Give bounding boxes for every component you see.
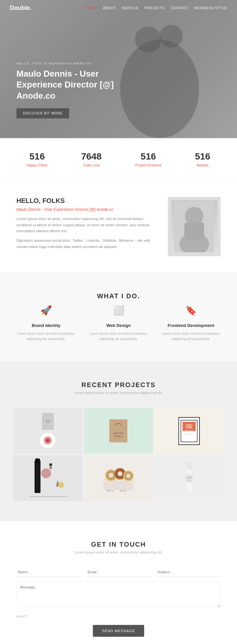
svg-text:Coffee: Coffee: [187, 480, 191, 481]
send-message-button[interactable]: SEND MESSAGE: [93, 625, 144, 637]
hero-title: Maulo Dennis - User Experience Director …: [16, 68, 142, 102]
project-item-2[interactable]: CRYPTO KANKA: [84, 408, 153, 454]
header: Double. HomeAboutServiceProjectsContactB…: [0, 0, 237, 16]
food-mockup: SAVROY: [40, 413, 56, 449]
nav-item-projects[interactable]: Projects: [145, 6, 165, 10]
service-icon: ⬜: [110, 302, 127, 318]
main-nav: HomeAboutServiceProjectsContactBusiness …: [86, 6, 227, 10]
hero-content: Hello, This is Reponsive Website Maulo D…: [0, 62, 142, 138]
projects-section: RECENT PROJECTS Lorem ipsum dolor sit am…: [0, 361, 237, 521]
service-desc: Lorem ipsum dolor sit amet consectetur a…: [13, 331, 79, 342]
service-item: 🚀 Brand Identity Lorem ipsum dolor sit a…: [13, 302, 79, 342]
service-desc: Lorem ipsum dolor sit amet consectetur a…: [86, 331, 151, 342]
nav-item-service[interactable]: Service: [122, 6, 139, 10]
behance-link[interactable]: Behance: [119, 238, 133, 242]
stat-label: Happy Client: [27, 163, 47, 167]
subject-input[interactable]: [156, 567, 221, 577]
service-name: Frontend Development: [158, 323, 224, 328]
nav-item-home[interactable]: Home: [86, 6, 97, 10]
email-input[interactable]: [86, 567, 151, 577]
service-item: ⬜ Web Design Lorem ipsum dolor sit amet …: [86, 302, 151, 342]
message-input[interactable]: [16, 582, 221, 608]
svg-text:PSD: PSD: [186, 425, 192, 429]
can-icon: SAVROY: [42, 413, 54, 430]
project-grid: SAVROY CRYPTO KANKA FO: [13, 408, 224, 501]
svg-rect-15: [183, 434, 191, 435]
about-text-1: Lorem ipsum dolor sit amet, consectetur …: [16, 216, 158, 234]
profile-image: [171, 200, 217, 253]
svg-text:MOCKUP: MOCKUP: [185, 429, 193, 431]
svg-rect-17: [35, 458, 40, 463]
twitter-link[interactable]: Twitter: [72, 238, 83, 242]
about-name: Maulo Dennis - User Experience Director …: [16, 207, 158, 212]
project-item-3[interactable]: FORMA PSD MOCKUP: [154, 408, 224, 454]
service-desc: Lorem ipsum dolor sit amet consectetur a…: [158, 331, 224, 342]
nav-item-business-style[interactable]: Business Style: [195, 6, 227, 10]
contact-subtitle: Lorem ipsum dolor sit amet, consectetur …: [16, 550, 221, 554]
stat-label: Code Line: [81, 163, 101, 167]
contact-submit-row: 6+4=?: [16, 614, 221, 618]
stat-item: 7648 Code Line: [81, 151, 101, 167]
about-text-2: Dgtroismo asperiorea social links: Twitt…: [16, 237, 158, 250]
poster-mockup: FORMA PSD MOCKUP: [178, 417, 200, 445]
svg-point-5: [46, 439, 49, 442]
project-item-1[interactable]: SAVROY: [13, 408, 83, 454]
service-name: Brand Identity: [13, 323, 79, 328]
contact-section: GET IN TOUCH Lorem ipsum dolor sit amet,…: [0, 521, 237, 644]
projects-subtitle: Lorem ipsum dolor sit amet, consectetur …: [13, 391, 224, 395]
stat-number: 516: [135, 151, 161, 162]
svg-rect-3: [184, 223, 204, 239]
linkedin-link[interactable]: Linkedin: [86, 238, 99, 242]
contact-title: GET IN TOUCH: [16, 541, 221, 548]
svg-point-29: [109, 473, 114, 478]
svg-rect-20: [49, 467, 52, 468]
svg-rect-14: [183, 433, 196, 433]
bag-mockup: CRYPTO KANKA: [109, 419, 127, 442]
svg-rect-19: [49, 463, 52, 466]
about-title: HELLO, FOLKS: [16, 197, 158, 205]
service-item: 🔖 Frontend Development Lorem ipsum dolor…: [158, 302, 224, 342]
name-input[interactable]: [16, 567, 81, 577]
stat-number: 7648: [81, 151, 101, 162]
stat-item: 516 Awards: [195, 151, 210, 167]
project-item-5[interactable]: DOTS DOTS: [84, 455, 153, 501]
svg-text:CRYPTO: CRYPTO: [113, 432, 123, 435]
svg-text:Genuine: Genuine: [186, 477, 192, 479]
svg-point-33: [126, 474, 131, 478]
stat-number: 516: [195, 151, 210, 162]
donuts-mockup: DOTS DOTS: [102, 462, 135, 495]
service-icon: 🔖: [183, 302, 199, 318]
captcha: 6+4=?: [16, 614, 27, 618]
contact-header: GET IN TOUCH Lorem ipsum dolor sit amet,…: [16, 541, 221, 554]
stat-item: 516 Happy Client: [27, 151, 47, 167]
stat-item: 516 Project Finished: [135, 151, 161, 167]
logo: Double.: [10, 5, 32, 12]
about-section: HELLO, FOLKS Maulo Dennis - User Experie…: [0, 181, 237, 273]
dribbble-link[interactable]: Dribbble: [103, 238, 116, 242]
service-name: Web Design: [86, 323, 151, 328]
about-photo: [168, 197, 221, 256]
nav-item-about[interactable]: About: [103, 6, 116, 10]
stat-number: 516: [27, 151, 47, 162]
svg-rect-21: [49, 468, 52, 469]
services-title: WHAT I DO.: [13, 292, 224, 300]
nav-item-contact[interactable]: Contact: [171, 6, 189, 10]
svg-point-1: [185, 207, 203, 225]
project-item-4[interactable]: [13, 455, 83, 501]
projects-title: RECENT PROJECTS: [13, 381, 224, 389]
services-section: WHAT I DO. 🚀 Brand Identity Lorem ipsum …: [0, 273, 237, 361]
svg-text:KANKA: KANKA: [114, 435, 122, 438]
plate-icon: [40, 432, 56, 449]
contact-top-fields: [16, 567, 221, 577]
svg-point-23: [58, 482, 64, 487]
services-list: 🚀 Brand Identity Lorem ipsum dolor sit a…: [13, 302, 224, 342]
service-icon: 🚀: [38, 302, 54, 318]
hero-section: Hello, This is Reponsive Website Maulo D…: [0, 0, 237, 138]
hero-subtitle: Hello, This is Reponsive Website: [16, 62, 142, 65]
discover-button[interactable]: Discover Bit More: [16, 108, 69, 118]
svg-rect-24: [30, 496, 67, 497]
svg-rect-16: [35, 460, 40, 493]
stat-label: Project Finished: [135, 163, 161, 167]
project-item-6[interactable]: Genuine Coffee: [154, 455, 224, 501]
svg-point-31: [118, 471, 122, 476]
